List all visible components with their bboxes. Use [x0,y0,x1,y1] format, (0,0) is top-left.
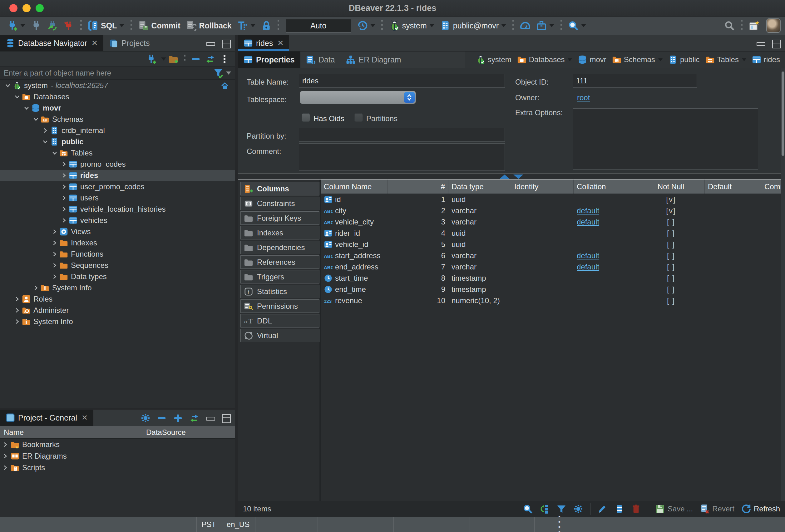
close-icon[interactable]: ✕ [81,413,88,422]
close-icon[interactable]: ✕ [92,39,98,47]
breadcrumb-system[interactable]: system [476,55,511,64]
chevron-right-icon[interactable] [0,464,10,471]
active-database-selector[interactable]: system [388,19,436,32]
grid-row-end_time[interactable]: end_time9timestamp[ ] [321,284,785,295]
project-item-scripts[interactable]: Scripts [0,462,235,473]
sidebar-item-permissions[interactable]: Permissions [240,299,320,313]
filter-button[interactable] [556,504,566,514]
sidebar-item-indexes[interactable]: Indexes [240,226,320,239]
tree-item-views[interactable]: Views [0,226,235,237]
drag-handle-icon[interactable]: ▪ ▪ ▪ ▪ [556,515,563,532]
breadcrumb-movr[interactable]: movr [578,55,606,64]
maximize-panel-icon[interactable] [221,39,230,47]
tab-database-navigator[interactable]: Database Navigator ✕ [0,35,103,51]
cell-not-null[interactable]: [ ] [637,261,705,273]
global-search-button[interactable] [723,19,736,32]
breadcrumb-databases[interactable]: Databases [517,55,572,64]
link-with-editor-icon[interactable] [189,413,199,423]
chevron-right-icon[interactable] [12,307,22,314]
view-menu-icon[interactable] [220,54,229,64]
project-item-er-diagrams[interactable]: ER Diagrams [0,450,235,462]
chevron-right-icon[interactable] [50,262,59,269]
chevron-down-icon[interactable] [12,93,22,101]
grid-row-end_address[interactable]: ABCend_address7varchardefault[ ] [321,261,785,273]
transaction-mode-button[interactable] [236,19,257,32]
object-id-input[interactable]: 111 [573,74,697,88]
cell-not-null[interactable]: [ ] [637,217,705,228]
cell-not-null[interactable]: [ ] [637,273,705,284]
commit-mode-combo[interactable]: Auto [286,19,351,32]
scrollbar-thumb[interactable] [782,72,784,156]
tree-item-vehicles[interactable]: vehicles [0,215,235,226]
dashboard-button[interactable] [518,19,532,32]
sidebar-item-constraints[interactable]: Constraints [240,197,320,210]
grid-row-city[interactable]: ABCcity2varchardefault[v] [321,205,785,217]
chevron-right-icon[interactable] [59,172,69,179]
chevron-right-icon[interactable] [59,217,69,224]
project-item-bookmarks[interactable]: ★Bookmarks [0,439,235,450]
chevron-right-icon[interactable] [59,205,69,213]
subtab-data[interactable]: Data [300,52,341,68]
navigator-filter[interactable]: Enter a part of object name here [0,67,235,80]
new-folder-icon[interactable] [168,54,178,64]
chevron-right-icon[interactable] [50,273,59,280]
filter-settings-icon[interactable] [213,68,224,78]
refresh-button[interactable]: Refresh [741,504,780,514]
chevron-right-icon[interactable] [41,127,50,134]
chevron-right-icon[interactable] [50,239,59,247]
collation-link[interactable]: default [577,251,599,260]
collation-link[interactable]: default [577,262,599,271]
breadcrumb-tables[interactable]: Tables [705,55,746,64]
tree-item-functions[interactable]: Functions [0,249,235,260]
chevron-right-icon[interactable] [59,183,69,191]
collapse-all-icon[interactable] [157,413,167,423]
cell-not-null[interactable]: [ ] [637,239,705,250]
disconnect-button[interactable] [62,19,75,32]
tab-projects[interactable]: Projects [103,35,155,51]
save-button[interactable]: Save ... [655,504,693,514]
cell-not-null[interactable]: [v] [637,194,705,205]
cell-not-null[interactable]: [ ] [637,295,705,306]
grid-column-header-default[interactable]: Default [705,179,761,194]
tree-item-system-info[interactable]: System Info [0,282,235,294]
table-name-input[interactable]: rides [299,74,505,88]
connect-button[interactable] [30,19,43,32]
owner-link[interactable]: root [577,93,590,102]
column-header-datasource[interactable]: DataSource [143,428,186,437]
tablespace-combo[interactable] [300,91,416,104]
breadcrumb-schemas[interactable]: Schemas [612,55,663,64]
sidebar-item-ddl[interactable]: ‹›TDDL [240,314,320,328]
transaction-log-button[interactable] [356,19,377,32]
tree-item-tables[interactable]: Tables [0,147,235,159]
tree-item-administer[interactable]: Administer [0,305,235,316]
chevron-down-icon[interactable] [161,57,166,60]
tree-item-user-promo-codes[interactable]: user_promo_codes [0,181,235,192]
chevron-down-icon[interactable] [41,138,50,146]
subtab-properties[interactable]: Properties [238,52,300,68]
link-with-editor-icon[interactable] [205,54,215,64]
tree-item-data-types[interactable]: Data types [0,271,235,282]
sidebar-item-columns[interactable]: Columns [240,182,320,196]
collation-link[interactable]: default [577,206,599,215]
maximize-editor-icon[interactable] [771,39,781,47]
grid-row-revenue[interactable]: 123revenue10numeric(10, 2)[ ] [321,295,785,306]
grid-row-vehicle_id[interactable]: vehicle_id5uuid[ ] [321,239,785,250]
chevron-right-icon[interactable] [59,160,69,168]
view-column-button[interactable] [614,504,624,514]
new-connection-button[interactable] [6,19,27,32]
vertical-scrollbar[interactable] [781,68,785,501]
tab-project-general[interactable]: Project - General ✕ [0,410,93,426]
tree-item-movr[interactable]: movr [0,102,235,113]
grid-row-start_address[interactable]: ABCstart_address6varchardefault[ ] [321,250,785,261]
chevron-right-icon[interactable] [59,194,69,202]
grid-column-header-column-name[interactable]: Column Name [321,179,388,194]
collation-link[interactable]: default [577,218,599,226]
tree-item-schemas[interactable]: Schemas [0,113,235,125]
sql-editor-button[interactable]: SQL [86,19,126,32]
tree-item-databases[interactable]: Databases [0,91,235,102]
tree-item-indexes[interactable]: Indexes [0,237,235,249]
delete-column-button[interactable] [631,504,641,514]
tree-item-system-info[interactable]: System Info [0,316,235,327]
has-oids-checkbox[interactable] [302,113,310,122]
chevron-down-icon[interactable] [31,116,41,123]
